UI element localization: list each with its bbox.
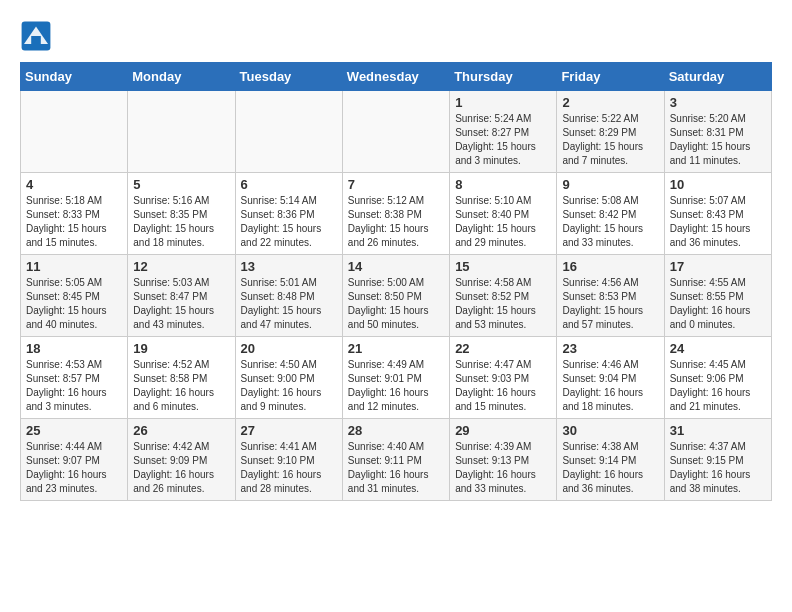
weekday-header-thursday: Thursday (450, 63, 557, 91)
weekday-header-sunday: Sunday (21, 63, 128, 91)
day-number: 27 (241, 423, 337, 438)
calendar-cell: 17Sunrise: 4:55 AM Sunset: 8:55 PM Dayli… (664, 255, 771, 337)
calendar-cell: 29Sunrise: 4:39 AM Sunset: 9:13 PM Dayli… (450, 419, 557, 501)
day-info: Sunrise: 5:01 AM Sunset: 8:48 PM Dayligh… (241, 276, 337, 332)
calendar-header: SundayMondayTuesdayWednesdayThursdayFrid… (21, 63, 772, 91)
day-info: Sunrise: 4:45 AM Sunset: 9:06 PM Dayligh… (670, 358, 766, 414)
logo (20, 20, 58, 52)
day-info: Sunrise: 4:40 AM Sunset: 9:11 PM Dayligh… (348, 440, 444, 496)
calendar-cell: 27Sunrise: 4:41 AM Sunset: 9:10 PM Dayli… (235, 419, 342, 501)
calendar-cell: 14Sunrise: 5:00 AM Sunset: 8:50 PM Dayli… (342, 255, 449, 337)
weekday-header-tuesday: Tuesday (235, 63, 342, 91)
day-number: 29 (455, 423, 551, 438)
calendar-cell: 13Sunrise: 5:01 AM Sunset: 8:48 PM Dayli… (235, 255, 342, 337)
day-number: 26 (133, 423, 229, 438)
calendar-cell: 7Sunrise: 5:12 AM Sunset: 8:38 PM Daylig… (342, 173, 449, 255)
calendar-cell: 22Sunrise: 4:47 AM Sunset: 9:03 PM Dayli… (450, 337, 557, 419)
day-number: 9 (562, 177, 658, 192)
day-number: 3 (670, 95, 766, 110)
day-number: 5 (133, 177, 229, 192)
day-info: Sunrise: 4:53 AM Sunset: 8:57 PM Dayligh… (26, 358, 122, 414)
day-info: Sunrise: 4:44 AM Sunset: 9:07 PM Dayligh… (26, 440, 122, 496)
day-number: 31 (670, 423, 766, 438)
day-info: Sunrise: 4:42 AM Sunset: 9:09 PM Dayligh… (133, 440, 229, 496)
calendar-cell: 2Sunrise: 5:22 AM Sunset: 8:29 PM Daylig… (557, 91, 664, 173)
svg-rect-2 (31, 36, 41, 44)
calendar-cell (342, 91, 449, 173)
calendar-cell: 8Sunrise: 5:10 AM Sunset: 8:40 PM Daylig… (450, 173, 557, 255)
day-info: Sunrise: 4:49 AM Sunset: 9:01 PM Dayligh… (348, 358, 444, 414)
calendar-table: SundayMondayTuesdayWednesdayThursdayFrid… (20, 62, 772, 501)
day-number: 17 (670, 259, 766, 274)
calendar-cell: 18Sunrise: 4:53 AM Sunset: 8:57 PM Dayli… (21, 337, 128, 419)
calendar-cell: 10Sunrise: 5:07 AM Sunset: 8:43 PM Dayli… (664, 173, 771, 255)
day-number: 21 (348, 341, 444, 356)
day-number: 30 (562, 423, 658, 438)
day-info: Sunrise: 4:47 AM Sunset: 9:03 PM Dayligh… (455, 358, 551, 414)
weekday-header-row: SundayMondayTuesdayWednesdayThursdayFrid… (21, 63, 772, 91)
calendar-cell: 5Sunrise: 5:16 AM Sunset: 8:35 PM Daylig… (128, 173, 235, 255)
day-number: 22 (455, 341, 551, 356)
calendar-week-row: 18Sunrise: 4:53 AM Sunset: 8:57 PM Dayli… (21, 337, 772, 419)
day-info: Sunrise: 5:16 AM Sunset: 8:35 PM Dayligh… (133, 194, 229, 250)
day-info: Sunrise: 4:46 AM Sunset: 9:04 PM Dayligh… (562, 358, 658, 414)
calendar-week-row: 25Sunrise: 4:44 AM Sunset: 9:07 PM Dayli… (21, 419, 772, 501)
day-number: 7 (348, 177, 444, 192)
day-info: Sunrise: 4:41 AM Sunset: 9:10 PM Dayligh… (241, 440, 337, 496)
day-info: Sunrise: 5:18 AM Sunset: 8:33 PM Dayligh… (26, 194, 122, 250)
calendar-cell (128, 91, 235, 173)
day-number: 16 (562, 259, 658, 274)
calendar-cell (235, 91, 342, 173)
calendar-cell: 3Sunrise: 5:20 AM Sunset: 8:31 PM Daylig… (664, 91, 771, 173)
day-number: 24 (670, 341, 766, 356)
day-number: 2 (562, 95, 658, 110)
calendar-cell: 28Sunrise: 4:40 AM Sunset: 9:11 PM Dayli… (342, 419, 449, 501)
weekday-header-saturday: Saturday (664, 63, 771, 91)
day-info: Sunrise: 4:39 AM Sunset: 9:13 PM Dayligh… (455, 440, 551, 496)
calendar-cell (21, 91, 128, 173)
general-blue-icon (20, 20, 52, 52)
day-info: Sunrise: 4:38 AM Sunset: 9:14 PM Dayligh… (562, 440, 658, 496)
calendar-cell: 31Sunrise: 4:37 AM Sunset: 9:15 PM Dayli… (664, 419, 771, 501)
calendar-week-row: 1Sunrise: 5:24 AM Sunset: 8:27 PM Daylig… (21, 91, 772, 173)
day-number: 23 (562, 341, 658, 356)
day-info: Sunrise: 5:14 AM Sunset: 8:36 PM Dayligh… (241, 194, 337, 250)
calendar-cell: 1Sunrise: 5:24 AM Sunset: 8:27 PM Daylig… (450, 91, 557, 173)
calendar-cell: 30Sunrise: 4:38 AM Sunset: 9:14 PM Dayli… (557, 419, 664, 501)
calendar-cell: 15Sunrise: 4:58 AM Sunset: 8:52 PM Dayli… (450, 255, 557, 337)
day-number: 11 (26, 259, 122, 274)
day-number: 8 (455, 177, 551, 192)
day-info: Sunrise: 5:24 AM Sunset: 8:27 PM Dayligh… (455, 112, 551, 168)
day-number: 20 (241, 341, 337, 356)
calendar-cell: 20Sunrise: 4:50 AM Sunset: 9:00 PM Dayli… (235, 337, 342, 419)
day-info: Sunrise: 4:50 AM Sunset: 9:00 PM Dayligh… (241, 358, 337, 414)
calendar-cell: 21Sunrise: 4:49 AM Sunset: 9:01 PM Dayli… (342, 337, 449, 419)
day-info: Sunrise: 4:58 AM Sunset: 8:52 PM Dayligh… (455, 276, 551, 332)
day-number: 18 (26, 341, 122, 356)
day-number: 14 (348, 259, 444, 274)
day-number: 15 (455, 259, 551, 274)
calendar-cell: 25Sunrise: 4:44 AM Sunset: 9:07 PM Dayli… (21, 419, 128, 501)
day-info: Sunrise: 4:52 AM Sunset: 8:58 PM Dayligh… (133, 358, 229, 414)
calendar-week-row: 11Sunrise: 5:05 AM Sunset: 8:45 PM Dayli… (21, 255, 772, 337)
day-number: 13 (241, 259, 337, 274)
day-info: Sunrise: 5:05 AM Sunset: 8:45 PM Dayligh… (26, 276, 122, 332)
calendar-cell: 12Sunrise: 5:03 AM Sunset: 8:47 PM Dayli… (128, 255, 235, 337)
day-info: Sunrise: 5:20 AM Sunset: 8:31 PM Dayligh… (670, 112, 766, 168)
day-number: 28 (348, 423, 444, 438)
day-info: Sunrise: 4:56 AM Sunset: 8:53 PM Dayligh… (562, 276, 658, 332)
day-number: 25 (26, 423, 122, 438)
calendar-cell: 11Sunrise: 5:05 AM Sunset: 8:45 PM Dayli… (21, 255, 128, 337)
day-info: Sunrise: 5:07 AM Sunset: 8:43 PM Dayligh… (670, 194, 766, 250)
day-info: Sunrise: 5:10 AM Sunset: 8:40 PM Dayligh… (455, 194, 551, 250)
day-info: Sunrise: 5:22 AM Sunset: 8:29 PM Dayligh… (562, 112, 658, 168)
weekday-header-wednesday: Wednesday (342, 63, 449, 91)
day-info: Sunrise: 4:37 AM Sunset: 9:15 PM Dayligh… (670, 440, 766, 496)
calendar-body: 1Sunrise: 5:24 AM Sunset: 8:27 PM Daylig… (21, 91, 772, 501)
calendar-cell: 24Sunrise: 4:45 AM Sunset: 9:06 PM Dayli… (664, 337, 771, 419)
day-number: 10 (670, 177, 766, 192)
header (20, 20, 772, 52)
day-number: 6 (241, 177, 337, 192)
day-number: 4 (26, 177, 122, 192)
day-info: Sunrise: 5:00 AM Sunset: 8:50 PM Dayligh… (348, 276, 444, 332)
